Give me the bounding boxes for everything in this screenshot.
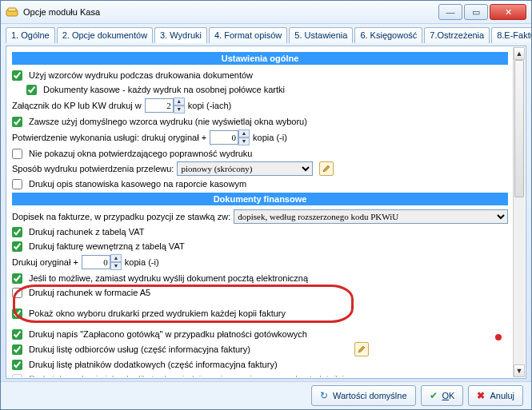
chk-a5[interactable] xyxy=(12,288,22,298)
lbl-payers: Drukuj listę płatników dodatkowych (częś… xyxy=(29,358,278,371)
chk-email-doc[interactable] xyxy=(12,273,22,284)
lbl-second-copy: Drukuj drugą kopię jako duplikat odpowie… xyxy=(29,372,351,377)
tab-content: Ustawienia ogólne Użyj wzorców wydruku p… xyxy=(6,46,526,379)
lbl-recipients: Drukuj listę odbiorców usług (część info… xyxy=(29,343,250,356)
chk-internal-vat[interactable] xyxy=(12,241,22,252)
lbl-show-printer: Pokaż okno wyboru drukarki przed wydruki… xyxy=(29,307,286,320)
spin-down-icon[interactable]: ▼ xyxy=(110,262,122,270)
chk-always-default[interactable] xyxy=(12,117,22,127)
lbl-always-default: Zawsze użyj domyślnego wzorca wydruku (n… xyxy=(29,115,307,128)
lbl-confirm-post: kopia (-i) xyxy=(253,131,287,144)
lbl-email-doc: Jeśli to możliwe, zamiast wydruku wyślij… xyxy=(29,272,308,285)
tab-desc-format[interactable]: 4. Format opisów xyxy=(209,27,287,43)
lbl-confirm-pre: Potwierdzenie wykonania usługi: drukuj o… xyxy=(12,131,206,144)
lbl-attachment-pre: Załącznik do KP lub KW drukuj w xyxy=(12,99,142,112)
lbl-transfer-mode: Sposób wydruku potwierdzenia przelewu: xyxy=(12,162,174,175)
chk-payers[interactable] xyxy=(12,360,22,370)
chk-use-templates[interactable] xyxy=(12,70,22,81)
section-header-documents: Dokumenty finansowe xyxy=(12,193,508,205)
lbl-internal-vat: Drukuj fakturę wewnętrzną z tabelą VAT xyxy=(29,240,185,253)
cancel-label: Anuluj xyxy=(490,391,514,400)
cross-icon: ✖ xyxy=(477,390,485,401)
tab-accounting[interactable]: 6. Księgowość xyxy=(354,27,422,43)
chk-hide-confirm[interactable] xyxy=(12,149,22,159)
lbl-bill-vat: Drukuj rachunek z tabelą VAT xyxy=(29,225,145,238)
edit-icon[interactable] xyxy=(319,161,334,176)
sel-transfer-mode[interactable]: pionowy (skrócony) xyxy=(177,161,313,176)
svg-rect-1 xyxy=(8,8,16,11)
spin-up-icon[interactable]: ▲ xyxy=(174,98,185,105)
lbl-half-page: Dokumenty kasowe - każdy wydruk na osobn… xyxy=(43,83,285,96)
maximize-button[interactable]: ▭ xyxy=(464,4,488,20)
chk-half-page[interactable] xyxy=(26,85,37,95)
scroll-down-icon[interactable]: ▼ xyxy=(514,364,525,377)
dialog-footer: ↻ Wartości domyślne ✔ OK ✖ Anuluj xyxy=(1,381,531,409)
chk-bill-vat[interactable] xyxy=(12,227,22,237)
lbl-orig-post: kopia (-i) xyxy=(125,256,159,269)
tab-einvoice[interactable]: 8.E-Faktura xyxy=(491,27,532,43)
chk-print-desc[interactable] xyxy=(12,179,22,189)
spin-down-icon[interactable]: ▼ xyxy=(174,105,185,113)
scroll-area: Ustawienia ogólne Użyj wzorców wydruku p… xyxy=(7,47,513,377)
refresh-icon: ↻ xyxy=(320,390,328,401)
ok-label: OK xyxy=(442,391,455,400)
chk-second-copy xyxy=(12,374,22,378)
inp-orig-copies[interactable] xyxy=(82,255,110,269)
app-icon xyxy=(6,6,18,18)
close-button[interactable]: ✕ xyxy=(490,4,526,20)
lbl-footnote: Dopisek na fakturze, w przypadku pozycji… xyxy=(12,210,230,223)
check-icon: ✔ xyxy=(430,390,438,401)
lbl-orig-pre: Drukuj oryginał + xyxy=(12,256,78,269)
scroll-up-icon[interactable]: ▲ xyxy=(514,47,525,60)
tab-doc-options[interactable]: 2. Opcje dokumentów xyxy=(57,27,153,43)
vertical-scrollbar[interactable]: ▲ ▼ xyxy=(513,47,525,377)
window-title: Opcje modułu Kasa xyxy=(23,7,438,17)
inp-attachment-copies[interactable] xyxy=(145,98,174,113)
defaults-button[interactable]: ↻ Wartości domyślne xyxy=(311,385,416,406)
inp-confirm-copies[interactable] xyxy=(210,130,238,145)
tab-strip: 1. Ogólne 2. Opcje dokumentów 3. Wydruki… xyxy=(1,24,531,43)
tab-settings[interactable]: 5. Ustawienia xyxy=(289,27,353,43)
minimize-button[interactable]: — xyxy=(438,4,462,20)
annotation-dot xyxy=(495,334,502,340)
ok-button[interactable]: ✔ OK xyxy=(421,385,464,406)
chk-show-printer[interactable] xyxy=(12,308,22,319)
spin-up-icon[interactable]: ▲ xyxy=(238,129,250,137)
cancel-button[interactable]: ✖ Anuluj xyxy=(468,385,523,406)
tab-general[interactable]: 1. Ogólne xyxy=(6,27,55,43)
tab-printouts[interactable]: 3. Wydruki xyxy=(154,27,207,43)
spin-up-icon[interactable]: ▲ xyxy=(110,254,122,262)
module-options-window: Opcje modułu Kasa — ▭ ✕ 1. Ogólne 2. Opc… xyxy=(0,0,532,410)
section-header-general: Ustawienia ogólne xyxy=(12,52,508,65)
lbl-use-templates: Użyj wzorców wydruku podczas drukowania … xyxy=(29,69,253,82)
tab-warnings[interactable]: 7.Ostrzeżenia xyxy=(424,27,490,43)
lbl-a5: Drukuj rachunek w formacie A5 xyxy=(29,286,150,299)
lbl-print-desc: Drukuj opis stanowiska kasowego na rapor… xyxy=(29,177,246,190)
scroll-thumb[interactable] xyxy=(514,60,524,197)
lbl-paid-cash: Drukuj napis "Zapłacono gotówką" w przyp… xyxy=(29,328,307,340)
chk-recipients[interactable] xyxy=(12,344,22,355)
lbl-hide-confirm: Nie pokazuj okna potwierdzającego popraw… xyxy=(29,147,252,160)
titlebar: Opcje modułu Kasa — ▭ ✕ xyxy=(1,1,531,24)
spin-down-icon[interactable]: ▼ xyxy=(238,137,250,145)
edit-icon[interactable] xyxy=(354,342,369,356)
defaults-label: Wartości domyślne xyxy=(333,391,407,400)
window-buttons: — ▭ ✕ xyxy=(438,4,526,20)
sel-footnote[interactable]: dopisek, według rozszerzonego kodu PKWiU xyxy=(234,209,508,224)
chk-paid-cash[interactable] xyxy=(12,329,22,340)
lbl-attachment-post: kopi (-iach) xyxy=(188,99,231,112)
